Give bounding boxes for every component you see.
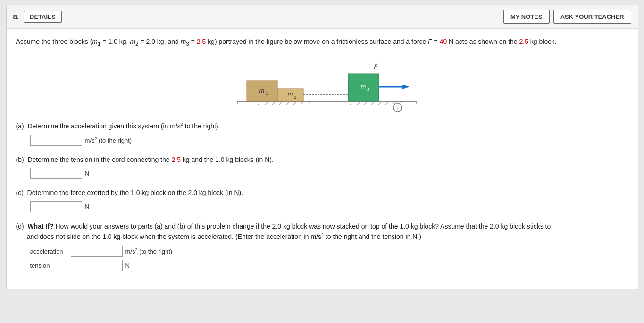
question-container: 8. DETAILS MY NOTES ASK YOUR TEACHER Ass… (6, 5, 638, 289)
part-c: (c) Determine the force exerted by the 1… (16, 187, 628, 212)
svg-line-27 (406, 102, 410, 105)
part-d-tension-row: tension N (30, 260, 628, 271)
svg-line-16 (328, 102, 332, 105)
details-button[interactable]: DETAILS (24, 11, 62, 23)
part-a-answer-row: m/s2 (to the right) (30, 135, 628, 146)
acceleration-label: acceleration (30, 248, 68, 255)
part-d-text: (d) What If? How would your answers to p… (16, 221, 628, 242)
svg-line-11 (293, 102, 296, 105)
part-d-acc-row: acceleration m/s2 (to the right) (30, 246, 628, 257)
part-d-inputs: acceleration m/s2 (to the right) tension… (30, 246, 628, 271)
svg-line-20 (357, 102, 360, 105)
problem-statement: Assume the three blocks (m1 = 1.0 kg, m2… (16, 36, 628, 48)
svg-text:F⃗: F⃗ (373, 63, 378, 70)
part-b-input[interactable] (30, 168, 82, 179)
svg-line-8 (272, 102, 275, 105)
svg-line-3 (236, 102, 240, 105)
svg-line-17 (335, 102, 339, 105)
svg-line-7 (265, 102, 268, 105)
part-a-label: (a) Determine the acceleration given thi… (16, 121, 628, 131)
svg-line-15 (321, 102, 325, 105)
part-b-answer-row: N (30, 168, 628, 179)
svg-line-10 (286, 102, 289, 105)
svg-marker-41 (402, 85, 410, 89)
svg-line-6 (258, 102, 261, 105)
parts-area: (a) Determine the acceleration given thi… (16, 121, 628, 271)
svg-text:m: m (259, 87, 264, 94)
ask-teacher-button[interactable]: ASK YOUR TEACHER (553, 10, 631, 24)
question-number-area: 8. DETAILS (13, 11, 62, 23)
svg-line-12 (300, 102, 303, 105)
what-if-bold: What If? (27, 222, 53, 230)
part-a-unit: m/s2 (to the right) (85, 136, 132, 144)
part-b-unit: N (85, 170, 89, 177)
part-a: (a) Determine the acceleration given thi… (16, 121, 628, 145)
svg-text:i: i (397, 105, 398, 110)
part-c-unit: N (85, 203, 89, 210)
figure-area: m 1 m 2 m 3 F⃗ (16, 55, 628, 116)
svg-line-18 (343, 102, 346, 105)
svg-line-22 (371, 102, 374, 105)
svg-text:m: m (287, 91, 293, 98)
svg-line-19 (350, 102, 353, 105)
part-c-answer-row: N (30, 201, 628, 212)
svg-line-4 (243, 102, 247, 105)
svg-line-5 (251, 102, 254, 105)
svg-line-28 (413, 102, 417, 105)
part-a-input[interactable] (30, 135, 82, 146)
svg-text:1: 1 (266, 91, 268, 96)
question-number: 8. (13, 13, 19, 21)
part-d-acc-input[interactable] (71, 246, 123, 257)
svg-line-23 (378, 102, 381, 105)
part-c-label: (c) Determine the force exerted by the 1… (16, 187, 628, 198)
part-b-label: (b) Determine the tension in the cord co… (16, 154, 628, 165)
my-notes-button[interactable]: MY NOTES (503, 10, 550, 24)
question-body: Assume the three blocks (m1 = 1.0 kg, m2… (7, 29, 638, 289)
part-c-input[interactable] (30, 201, 82, 212)
svg-line-24 (385, 102, 388, 105)
svg-line-9 (279, 102, 282, 105)
tension-label: tension (30, 262, 68, 269)
kg-highlight: 2.5 (519, 38, 528, 45)
svg-text:m: m (360, 83, 366, 90)
part-d-tension-input[interactable] (71, 260, 123, 271)
svg-text:3: 3 (367, 87, 369, 92)
F-value: 40 (440, 38, 447, 45)
part-b-highlight: 2.5 (171, 156, 180, 163)
header-buttons: MY NOTES ASK YOUR TEACHER (503, 10, 631, 24)
svg-line-14 (314, 102, 318, 105)
m3-value: 2.5 (197, 38, 206, 45)
part-d-acc-unit: m/s2 (to the right) (125, 247, 173, 255)
question-header: 8. DETAILS MY NOTES ASK YOUR TEACHER (7, 5, 638, 29)
figure-diagram: m 1 m 2 m 3 F⃗ (209, 55, 435, 116)
svg-text:2: 2 (294, 95, 296, 100)
m1-var: m1 = 1.0 kg, m2 = 2.0 kg, and m3 (92, 38, 189, 45)
svg-line-21 (364, 102, 367, 105)
part-d-tension-unit: N (125, 262, 130, 269)
part-b: (b) Determine the tension in the cord co… (16, 154, 628, 179)
svg-line-13 (307, 102, 310, 105)
page-wrapper: 8. DETAILS MY NOTES ASK YOUR TEACHER Ass… (0, 0, 644, 323)
part-d: (d) What If? How would your answers to p… (16, 221, 628, 272)
